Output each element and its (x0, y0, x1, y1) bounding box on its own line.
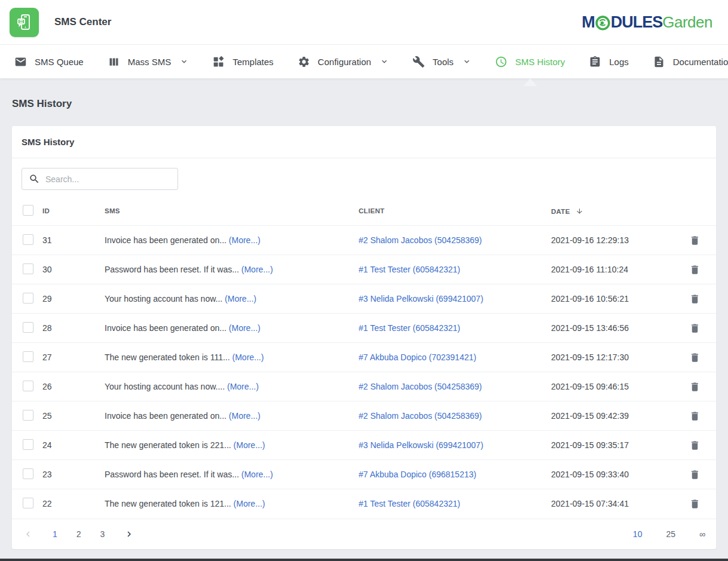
table-body: 31 Invoice has been generated on... (Mor… (12, 226, 716, 519)
brand-dules: DULES (611, 14, 663, 30)
client-link[interactable]: #1 Test Tester (605842321) (359, 323, 460, 333)
delete-button[interactable] (687, 437, 703, 453)
trash-icon (689, 352, 701, 363)
chevron-down-icon (463, 57, 471, 66)
more-link[interactable]: (More...) (233, 352, 264, 362)
row-checkbox[interactable] (23, 322, 33, 333)
column-header-id[interactable]: ID (42, 196, 105, 226)
page-size-button[interactable]: ∞ (699, 529, 705, 539)
nav-label: Documentation (673, 57, 728, 67)
nav-item-sms-queue[interactable]: SMS Queue (2, 45, 96, 78)
row-checkbox[interactable] (23, 381, 33, 391)
tiles-icon (212, 56, 225, 68)
page-size-button[interactable]: 10 (633, 529, 643, 539)
client-link[interactable]: #2 Shalom Jacobos (504258369) (359, 235, 482, 245)
nav-label: Logs (609, 57, 629, 67)
nav-item-tools[interactable]: Tools (400, 45, 483, 78)
search-box (22, 168, 178, 190)
cell-sms: Your hosting account has now.... (More..… (105, 372, 359, 401)
nav-item-logs[interactable]: Logs (577, 45, 641, 78)
document-icon (653, 56, 665, 68)
brand-m: M (582, 14, 595, 30)
chevron-down-icon (380, 57, 389, 66)
cell-client: #3 Nelida Pelkowski (699421007) (359, 284, 551, 314)
search-icon (29, 173, 40, 185)
delete-button[interactable] (687, 291, 703, 307)
client-link[interactable]: #1 Test Tester (605842321) (359, 499, 460, 508)
more-link[interactable]: (More...) (241, 470, 273, 479)
delete-button[interactable] (687, 262, 703, 278)
select-all-checkbox[interactable] (23, 205, 33, 216)
delete-button[interactable] (687, 467, 703, 483)
sms-history-table: ID SMS CLIENT DATE 31 Invoice has been g… (12, 196, 716, 519)
client-link[interactable]: #7 Akbuba Dopico (696815213) (359, 470, 476, 479)
delete-button[interactable] (687, 350, 703, 366)
more-link[interactable]: (More...) (229, 323, 261, 333)
more-link[interactable]: (More...) (229, 411, 261, 421)
column-header-sms[interactable]: SMS (105, 196, 359, 226)
trash-icon (689, 498, 701, 510)
cell-client: #2 Shalom Jacobos (504258369) (359, 372, 551, 401)
page-button[interactable]: 2 (77, 529, 81, 539)
row-checkbox[interactable] (23, 234, 33, 245)
cell-date: 2021-09-15 09:46:15 (551, 372, 674, 401)
cell-id: 25 (42, 401, 105, 431)
more-link[interactable]: (More...) (234, 440, 265, 450)
page-button[interactable]: 1 (53, 529, 57, 539)
sms-phone-icon (15, 13, 34, 32)
delete-button[interactable] (687, 496, 703, 512)
more-link[interactable]: (More...) (241, 265, 273, 274)
cell-client: #1 Test Tester (605842321) (359, 314, 551, 343)
main-navbar: SMS Queue Mass SMS Templates Configurati… (0, 45, 728, 78)
more-link[interactable]: (More...) (225, 294, 256, 304)
cell-sms: The new generated token is 121... (More.… (105, 489, 359, 519)
nav-item-mass-sms[interactable]: Mass SMS (96, 45, 201, 78)
nav-item-configuration[interactable]: Configuration (286, 45, 400, 78)
client-link[interactable]: #1 Test Tester (605842321) (359, 265, 460, 274)
page-button[interactable]: 3 (100, 529, 105, 539)
delete-button[interactable] (687, 232, 703, 249)
more-link[interactable]: (More...) (227, 382, 259, 391)
chevron-left-icon[interactable] (23, 529, 33, 539)
delete-button[interactable] (687, 379, 703, 395)
column-header-date[interactable]: DATE (551, 196, 674, 226)
search-input[interactable] (45, 174, 171, 184)
row-checkbox[interactable] (23, 293, 33, 304)
pager: 123 (23, 529, 134, 539)
delete-button[interactable] (687, 320, 703, 336)
envelope-icon (14, 56, 27, 68)
cell-date: 2021-09-15 07:34:41 (551, 489, 674, 519)
trash-icon (689, 235, 701, 246)
row-checkbox[interactable] (23, 468, 33, 479)
row-checkbox[interactable] (23, 263, 33, 274)
row-checkbox[interactable] (23, 498, 33, 508)
more-link[interactable]: (More...) (234, 499, 265, 508)
cell-client: #1 Test Tester (605842321) (359, 489, 551, 519)
row-checkbox[interactable] (23, 410, 33, 421)
nav-item-templates[interactable]: Templates (200, 45, 285, 78)
cell-id: 29 (42, 284, 105, 314)
trash-icon (689, 293, 701, 305)
cell-id: 22 (42, 489, 105, 519)
client-link[interactable]: #2 Shalom Jacobos (504258369) (359, 382, 482, 391)
client-link[interactable]: #3 Nelida Pelkowski (699421007) (359, 440, 484, 450)
page-size-button[interactable]: 25 (666, 529, 675, 539)
cell-date: 2021-09-15 12:17:30 (551, 343, 674, 372)
cell-client: #7 Akbuba Dopico (696815213) (359, 460, 551, 489)
cell-id: 30 (42, 255, 105, 284)
cell-date: 2021-09-15 13:46:56 (551, 314, 674, 343)
more-link[interactable]: (More...) (229, 235, 261, 245)
chevron-right-icon[interactable] (124, 529, 134, 539)
delete-button[interactable] (687, 408, 703, 424)
cell-client: #7 Akbuba Dopico (702391421) (359, 343, 551, 372)
column-header-client[interactable]: CLIENT (359, 196, 551, 226)
wrench-icon (412, 56, 425, 68)
table-row: 25 Invoice has been generated on... (Mor… (12, 401, 716, 431)
client-link[interactable]: #3 Nelida Pelkowski (699421007) (359, 294, 484, 304)
nav-item-sms-history[interactable]: SMS History (483, 45, 577, 78)
client-link[interactable]: #2 Shalom Jacobos (504258369) (359, 411, 482, 421)
row-checkbox[interactable] (23, 439, 33, 450)
client-link[interactable]: #7 Akbuba Dopico (702391421) (359, 352, 476, 362)
nav-item-documentation[interactable]: Documentation (641, 45, 728, 78)
row-checkbox[interactable] (23, 351, 33, 362)
